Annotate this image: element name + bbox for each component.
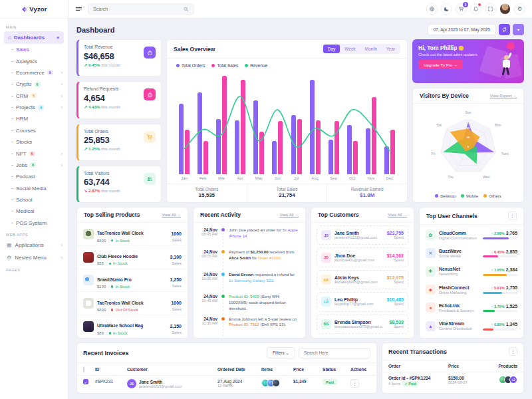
app-icon: ▦: [7, 242, 12, 248]
select-all-checkbox[interactable]: [83, 366, 84, 372]
channel-delta: 3.75%: [494, 305, 505, 309]
stat-card-total-visitors[interactable]: Total Visitors 63,744 ↘ 2.87% this month: [76, 166, 162, 203]
invoice-search-input[interactable]: [299, 348, 370, 358]
user-avatar[interactable]: [499, 3, 511, 15]
transaction-row[interactable]: Order Id - #SPK1234 4 Items✓ Paid $150.0…: [382, 372, 523, 393]
channel-row[interactable]: ▲ VibeStreamContent Distribution ↑ 0.85%…: [420, 317, 523, 335]
channel-row[interactable]: ✚ NexusNetNetworking ↑ 1.95%2,384: [420, 263, 523, 281]
row-actions-icon[interactable]: ⋮: [350, 379, 359, 388]
column-header-order[interactable]: Order: [388, 364, 448, 368]
cart-icon[interactable]: 5: [456, 3, 467, 15]
sidebar-item[interactable]: Stocks: [4, 136, 64, 148]
column-header-items[interactable]: Items: [261, 367, 293, 372]
footer-value: 15,535: [167, 192, 247, 198]
sidebar-item[interactable]: HRM: [4, 113, 64, 124]
activity-item[interactable]: 24,Nov08:45 AM John Doe placed an order …: [194, 225, 305, 247]
notifications-bell-icon[interactable]: [470, 3, 481, 15]
product-row[interactable]: TaoTronics Wall Clock $699|In Stock 1000…: [77, 223, 188, 246]
sidebar-item[interactable]: Courses: [4, 125, 64, 136]
product-row[interactable]: TaoTronics Wall Clock $699|Out Of Stock …: [77, 292, 188, 315]
customer-row[interactable]: JD Jhon Doejhondoe431@gmail.com $14,563S…: [317, 247, 408, 267]
column-header-products[interactable]: Products: [489, 364, 517, 368]
stat-card-refund-requests[interactable]: Refund Requests 4,654 ↗ 4.43% this month: [76, 81, 162, 118]
channel-row[interactable]: ● EchoLinkFeedback & Surveys ↑ 3.75%1,52…: [420, 299, 523, 317]
sidebar-item[interactable]: Jobs 8 ›: [4, 160, 64, 171]
column-header-id[interactable]: ID: [95, 367, 127, 372]
item-bullet-icon: [11, 223, 13, 223]
period-tab[interactable]: Week: [340, 45, 360, 53]
legend-item: Total Sales: [211, 63, 238, 68]
dark-mode-moon-icon[interactable]: [441, 3, 452, 15]
settings-gear-icon[interactable]: ⚙: [514, 3, 525, 15]
sidebar-item[interactable]: Podcast: [4, 171, 64, 182]
more-options-icon[interactable]: ⋮: [509, 347, 517, 356]
sidebar-item[interactable]: NFT 6 ›: [4, 148, 64, 159]
column-header-customer[interactable]: Customer: [127, 367, 217, 372]
filters-button[interactable]: Filters ⌄: [267, 347, 295, 358]
product-row[interactable]: Club Fleece Hoodie $55|In Stock 3,100 Sa…: [77, 246, 188, 269]
search-input[interactable]: [93, 7, 184, 11]
row-checkbox[interactable]: ✓: [83, 379, 88, 384]
customer-row[interactable]: BS Brenda Simpsonbrendasimpson075@gmail.…: [317, 315, 408, 334]
search-icon[interactable]: [184, 7, 189, 12]
sidebar-item[interactable]: CRM 5 ›: [4, 90, 64, 102]
sidebar-item[interactable]: School: [4, 194, 64, 205]
stat-card-total-revenue[interactable]: Total Revenue $46,658 ↗ 0.45% this month: [76, 39, 162, 76]
period-tab[interactable]: Year: [382, 45, 400, 53]
channel-row[interactable]: ✿ CloudCommDigital Communication ↑ 2.98%…: [420, 226, 523, 244]
channel-row[interactable]: ✕ BuzzWaveSocial Media ↓ 6.45%2,855: [420, 244, 523, 262]
bag-icon: [144, 47, 156, 59]
fullscreen-icon[interactable]: [485, 3, 496, 15]
sidebar-item-dashboards[interactable]: ⌂ Dashboards ▼: [4, 31, 64, 44]
sidebar-item[interactable]: Projects 4 ›: [4, 102, 64, 113]
transaction-date: 2024-08-27: [448, 380, 489, 384]
channel-name: BuzzWave: [439, 249, 462, 253]
language-globe-icon[interactable]: [426, 3, 438, 15]
sidebar-item[interactable]: Crypto 6 ›: [4, 78, 64, 90]
period-tab[interactable]: Month: [360, 45, 382, 53]
timeline-dot: [221, 228, 225, 231]
invoice-date: 27,Aug 2024: [217, 379, 261, 384]
product-name: SmartGizmo Pro: [97, 277, 132, 282]
view-all-link[interactable]: View All →: [279, 213, 299, 217]
customer-row[interactable]: JS Jane Smithjanesmith215@gmail.com $23,…: [317, 225, 408, 245]
product-row[interactable]: UltraMaze School Bag $89|In Stock 2,150 …: [77, 315, 188, 338]
activity-item[interactable]: 24,Nov10:00 AM David Brown requested a r…: [194, 270, 305, 292]
activity-item[interactable]: 24,Nov10:45 AM Product ID: 5409 (Sony WH…: [194, 292, 305, 314]
view-all-link[interactable]: View All →: [388, 213, 407, 217]
date-refresh-button[interactable]: [499, 24, 510, 35]
product-row[interactable]: SmartGizmo Pro $199|In Stock 1,250 Sales: [77, 269, 188, 293]
sidebar-item[interactable]: POS System: [4, 217, 64, 229]
customer-row[interactable]: LP Leo Phillipleophillip77@gmail.com $10…: [317, 292, 408, 311]
period-tab[interactable]: Day: [323, 45, 340, 53]
activity-item[interactable]: 24,Nov11:30 AM Emma Johnson left a 5-sta…: [194, 315, 305, 336]
view-report-link[interactable]: View Report →: [490, 94, 517, 98]
upgrade-to-pro-button[interactable]: Upgrade To Pro →: [418, 60, 463, 69]
date-range-picker[interactable]: 07, Apr 2025 to 07, May 2025: [428, 24, 496, 35]
sidebar-item[interactable]: ▦ Applications ›: [4, 239, 64, 251]
view-all-link[interactable]: View All →: [162, 213, 181, 217]
channel-row[interactable]: ◈ FlashConnectDirect Marketing ↓ 5.91%1,…: [420, 281, 523, 299]
column-header-ordered-date[interactable]: Ordered Date: [217, 367, 261, 372]
invoice-row[interactable]: ✓ #SPK231 JS Jane Smithjanesmith215@gmai…: [77, 376, 376, 393]
activity-item[interactable]: 24,Nov09:15 AM Payment of $1,250.00 rece…: [194, 247, 305, 269]
sidebar-item[interactable]: Sales: [4, 44, 64, 55]
logo[interactable]: Vyzor: [0, 0, 68, 19]
column-header-status[interactable]: Status: [323, 367, 350, 372]
customer-initials: LP: [321, 297, 331, 307]
column-header-price[interactable]: Price: [448, 364, 489, 368]
chevron-down-icon: ▼: [56, 36, 60, 40]
stat-card-total-orders[interactable]: Total Orders 25,853 ↗ 1.25% this month: [76, 124, 162, 161]
sidebar-item[interactable]: Medical: [4, 205, 64, 217]
column-header-actions[interactable]: Actions: [350, 367, 370, 372]
more-options-icon[interactable]: ⋮: [508, 211, 517, 220]
sidebar-item[interactable]: ⚙ Nested Menu ›: [4, 251, 64, 264]
sidebar-item[interactable]: Ecommerce 9 ›: [4, 67, 64, 78]
customer-name: Alicia Keys: [334, 275, 378, 280]
customer-row[interactable]: AK Alicia Keysaliciakeys995@gmail.com $1…: [317, 270, 408, 289]
date-dropdown-button[interactable]: ▾: [513, 24, 524, 35]
sidebar-item[interactable]: Social Media: [4, 183, 64, 194]
sidebar-item[interactable]: Analytics: [4, 55, 64, 66]
menu-icon[interactable]: [75, 5, 82, 13]
column-header-price[interactable]: Price: [293, 367, 323, 372]
